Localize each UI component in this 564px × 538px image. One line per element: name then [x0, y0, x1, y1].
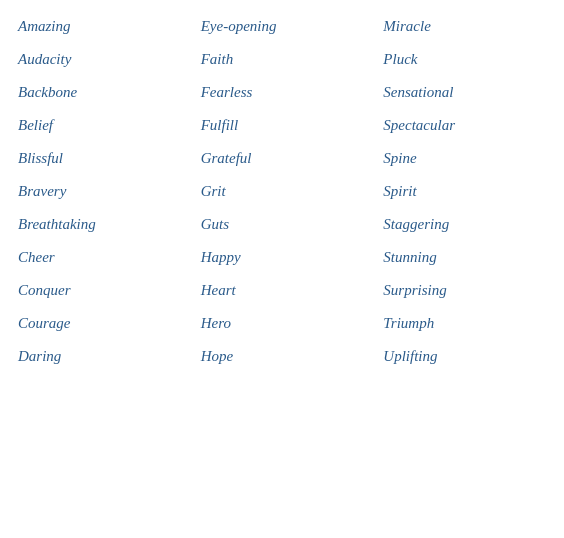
- list-item: Hope: [191, 340, 374, 373]
- list-item: Amazing: [8, 10, 191, 43]
- list-item: Spirit: [373, 175, 556, 208]
- list-item: Triumph: [373, 307, 556, 340]
- list-item: Blissful: [8, 142, 191, 175]
- list-item: Spine: [373, 142, 556, 175]
- list-item: Fulfill: [191, 109, 374, 142]
- list-item: Pluck: [373, 43, 556, 76]
- list-item: Belief: [8, 109, 191, 142]
- list-item: Heart: [191, 274, 374, 307]
- list-item: Audacity: [8, 43, 191, 76]
- list-item: Eye-opening: [191, 10, 374, 43]
- list-item: Hero: [191, 307, 374, 340]
- list-item: Backbone: [8, 76, 191, 109]
- list-item: Grit: [191, 175, 374, 208]
- list-item: Surprising: [373, 274, 556, 307]
- list-item: Courage: [8, 307, 191, 340]
- list-item: Faith: [191, 43, 374, 76]
- list-item: Daring: [8, 340, 191, 373]
- list-item: Cheer: [8, 241, 191, 274]
- list-item: Happy: [191, 241, 374, 274]
- list-item: Grateful: [191, 142, 374, 175]
- list-item: Breathtaking: [8, 208, 191, 241]
- list-item: Stunning: [373, 241, 556, 274]
- word-grid: AmazingEye-openingMiracleAudacityFaithPl…: [8, 10, 556, 373]
- list-item: Fearless: [191, 76, 374, 109]
- list-item: Sensational: [373, 76, 556, 109]
- list-item: Conquer: [8, 274, 191, 307]
- list-item: Guts: [191, 208, 374, 241]
- list-item: Miracle: [373, 10, 556, 43]
- list-item: Staggering: [373, 208, 556, 241]
- list-item: Bravery: [8, 175, 191, 208]
- list-item: Spectacular: [373, 109, 556, 142]
- list-item: Uplifting: [373, 340, 556, 373]
